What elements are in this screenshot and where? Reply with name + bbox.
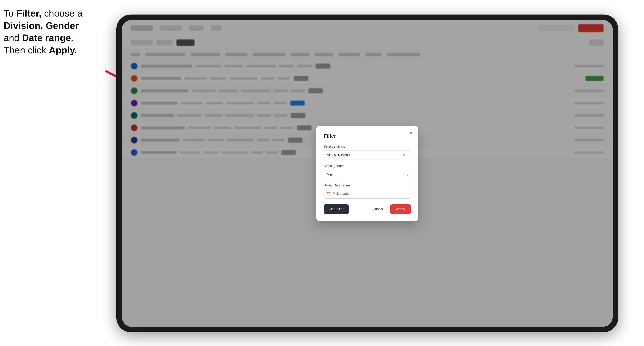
filter-modal: × Filter Select a division NCAA Division… (316, 126, 418, 221)
gender-form-group: Select gender Men Women × ⌄ (324, 164, 411, 179)
apply-button[interactable]: Apply (390, 204, 411, 214)
division-select[interactable]: NCAA Division I NCAA Division II NCAA Di… (324, 150, 411, 160)
tablet-screen: × Filter Select a division NCAA Division… (122, 20, 613, 327)
clear-filter-button[interactable]: Clear filter (324, 204, 349, 214)
cancel-button[interactable]: Cancel (368, 204, 388, 214)
instruction-bold: Division, Gender (4, 20, 79, 31)
division-label: Select a division (324, 145, 411, 149)
date-input[interactable] (324, 189, 411, 199)
gender-select[interactable]: Men Women (324, 170, 411, 179)
instruction-line1: To Filter, choose a (4, 8, 82, 18)
tablet-device: × Filter Select a division NCAA Division… (116, 14, 618, 332)
date-label: Select Date range (324, 183, 411, 187)
gender-label: Select gender (324, 164, 411, 168)
modal-footer: Clear filter Cancel Apply (324, 204, 411, 214)
date-input-wrapper[interactable]: 📅 (324, 189, 411, 199)
division-select-wrapper[interactable]: NCAA Division I NCAA Division II NCAA Di… (324, 150, 411, 160)
instruction-line4: Then click Apply. (4, 45, 77, 55)
division-form-group: Select a division NCAA Division I NCAA D… (324, 145, 411, 160)
instruction-line3: and Date range. (4, 32, 74, 43)
calendar-icon: 📅 (326, 192, 331, 196)
modal-title: Filter (324, 133, 411, 139)
modal-overlay: × Filter Select a division NCAA Division… (122, 20, 613, 327)
modal-close-button[interactable]: × (408, 130, 414, 136)
gender-select-wrapper[interactable]: Men Women × ⌄ (324, 170, 411, 179)
instruction-text: To Filter, choose a Division, Gender and… (4, 7, 106, 56)
date-form-group: Select Date range 📅 (324, 183, 411, 199)
